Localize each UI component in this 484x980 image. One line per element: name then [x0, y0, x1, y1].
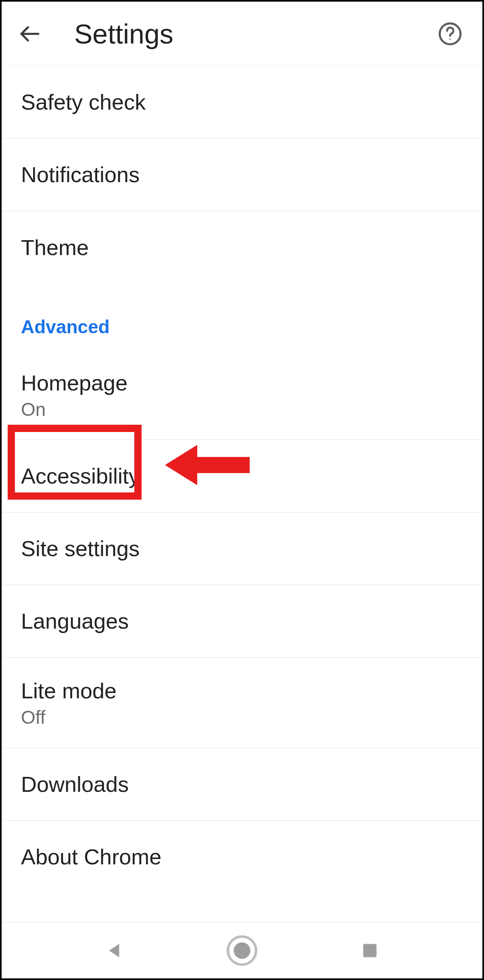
settings-item-languages[interactable]: Languages	[2, 585, 482, 658]
svg-point-6	[234, 942, 250, 959]
header-bar: Settings	[2, 2, 482, 66]
svg-rect-7	[363, 944, 377, 957]
settings-item-label: Languages	[21, 608, 463, 634]
svg-marker-4	[109, 944, 119, 957]
settings-item-lite-mode[interactable]: Lite mode Off	[2, 658, 482, 748]
settings-item-label: Lite mode	[21, 678, 463, 704]
nav-recents-button[interactable]	[350, 930, 390, 971]
section-header-advanced: Advanced	[2, 284, 482, 350]
nav-back-icon	[104, 941, 124, 961]
settings-item-about-chrome[interactable]: About Chrome	[2, 821, 482, 893]
settings-item-homepage[interactable]: Homepage On	[2, 350, 482, 440]
settings-item-label: Theme	[21, 235, 463, 261]
settings-item-sublabel: On	[21, 399, 463, 420]
settings-item-label: About Chrome	[21, 844, 463, 870]
settings-item-label: Notifications	[21, 162, 463, 188]
settings-item-accessibility[interactable]: Accessibility	[2, 440, 482, 513]
settings-item-label: Accessibility	[21, 463, 463, 489]
settings-item-label: Safety check	[21, 89, 463, 115]
settings-item-theme[interactable]: Theme	[2, 211, 482, 284]
settings-item-safety-check[interactable]: Safety check	[2, 66, 482, 139]
nav-back-button[interactable]	[94, 930, 134, 971]
svg-point-2	[449, 38, 451, 39]
back-button[interactable]	[14, 18, 46, 50]
settings-item-label: Site settings	[21, 536, 463, 562]
settings-item-site-settings[interactable]: Site settings	[2, 513, 482, 585]
app-frame: Settings Safety check Notifications Them…	[0, 0, 484, 980]
page-title: Settings	[74, 18, 434, 50]
help-circle-icon	[438, 21, 463, 46]
nav-home-button[interactable]	[222, 930, 262, 971]
settings-item-notifications[interactable]: Notifications	[2, 139, 482, 211]
back-arrow-icon	[19, 23, 41, 45]
nav-recents-icon	[361, 942, 379, 959]
system-nav-bar	[2, 922, 482, 978]
settings-item-sublabel: Off	[21, 707, 463, 728]
settings-item-label: Downloads	[21, 771, 463, 797]
help-button[interactable]	[434, 18, 466, 50]
settings-item-downloads[interactable]: Downloads	[2, 748, 482, 821]
settings-item-label: Homepage	[21, 370, 463, 396]
nav-home-icon	[227, 935, 257, 966]
settings-content: Safety check Notifications Theme Advance…	[2, 66, 482, 922]
